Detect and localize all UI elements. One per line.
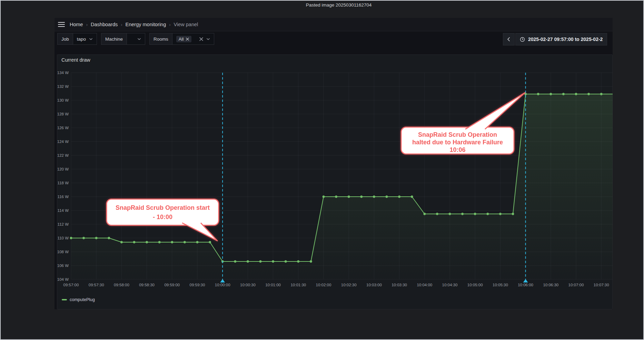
svg-text:SnapRaid Scrub Operation: SnapRaid Scrub Operation	[418, 131, 497, 138]
y-tick-label: 104 W	[57, 277, 69, 281]
y-tick-label: 110 W	[58, 236, 69, 240]
close-icon[interactable]	[186, 38, 189, 41]
x-tick-label: 10:06:30	[543, 283, 558, 287]
breadcrumb-view-panel: View panel	[174, 22, 198, 27]
time-range-button[interactable]: 2025-02-27 09:57:00 to 2025-02-2	[515, 33, 607, 45]
variable-filter-row: Job tapo Machine Rooms All	[57, 33, 214, 45]
data-point	[234, 260, 236, 263]
y-tick-label: 132 W	[57, 84, 69, 89]
data-point	[600, 93, 603, 95]
breadcrumb-separator-icon: ›	[121, 22, 122, 27]
y-tick-label: 108 W	[57, 250, 69, 254]
x-tick-label: 10:05:00	[467, 283, 483, 287]
data-point	[461, 213, 464, 215]
x-tick-label: 09:58:30	[139, 283, 155, 287]
y-tick-label: 106 W	[57, 264, 69, 268]
y-tick-label: 112 W	[58, 222, 69, 226]
grafana-app: Home › Dashboards › Energy monitoring › …	[55, 18, 613, 309]
rooms-filter-select[interactable]: All	[172, 33, 214, 45]
time-range-text: 2025-02-27 09:57:00 to 2025-02-2	[528, 37, 603, 42]
y-tick-label: 116 W	[58, 195, 69, 199]
time-shift-back-button[interactable]	[503, 33, 515, 45]
breadcrumb-dashboards[interactable]: Dashboards	[91, 22, 118, 27]
breadcrumb-bar: Home › Dashboards › Energy monitoring › …	[55, 18, 613, 31]
data-point	[499, 213, 502, 215]
time-picker: 2025-02-27 09:57:00 to 2025-02-2	[503, 33, 607, 45]
job-filter-select[interactable]: tapo	[73, 33, 97, 45]
breadcrumb-separator-icon: ›	[86, 22, 88, 27]
data-point	[285, 260, 287, 263]
data-point	[259, 260, 262, 263]
data-point	[423, 213, 426, 215]
series-area	[71, 94, 613, 279]
x-tick-label: 09:58:00	[114, 283, 129, 287]
data-point	[335, 196, 337, 198]
data-point	[512, 213, 514, 215]
data-point	[449, 213, 451, 215]
y-tick-label: 118 W	[58, 181, 69, 185]
hamburger-icon[interactable]	[58, 22, 65, 27]
x-tick-label: 10:00:00	[215, 283, 230, 287]
data-point	[587, 93, 590, 95]
y-tick-label: 134 W	[57, 71, 69, 75]
data-point	[373, 196, 375, 198]
job-filter: Job tapo	[57, 33, 97, 45]
rooms-filter: Rooms All	[149, 33, 214, 45]
data-point	[348, 196, 350, 198]
x-tick-label: 09:59:00	[164, 283, 180, 287]
data-point	[486, 213, 489, 215]
x-tick-label: 10:07:00	[568, 283, 584, 287]
machine-filter: Machine	[101, 33, 145, 45]
x-tick-label: 10:00:30	[240, 283, 256, 287]
data-point	[133, 241, 136, 244]
x-tick-label: 09:59:30	[190, 283, 205, 287]
data-point	[184, 241, 186, 244]
machine-filter-select[interactable]	[127, 33, 145, 45]
x-tick-label: 10:04:30	[442, 283, 458, 287]
data-point	[95, 237, 98, 239]
breadcrumb-home[interactable]: Home	[70, 22, 83, 27]
data-point	[70, 237, 72, 239]
chevron-down-icon[interactable]	[206, 37, 210, 41]
data-point	[562, 93, 565, 95]
current-draw-chart: 134 W132 W130 W128 W126 W124 W122 W120 W…	[57, 55, 613, 309]
data-point	[323, 196, 325, 198]
x-tick-label: 10:03:00	[366, 283, 382, 287]
breadcrumb-energy-monitoring[interactable]: Energy monitoring	[126, 22, 166, 27]
chevron-down-icon	[137, 37, 141, 41]
series-color-swatch	[62, 299, 67, 300]
x-tick-label: 09:57:00	[63, 283, 79, 287]
data-point	[549, 93, 552, 95]
x-tick-label: 10:04:00	[417, 283, 432, 287]
y-tick-label: 130 W	[57, 98, 69, 102]
breadcrumb: Home › Dashboards › Energy monitoring › …	[70, 22, 198, 27]
rooms-selected-chip[interactable]: All	[176, 36, 191, 42]
x-tick-label: 10:05:30	[493, 283, 508, 287]
machine-filter-label: Machine	[101, 33, 127, 45]
x-tick-label: 09:57:30	[89, 283, 104, 287]
x-tick-label: 10:01:00	[265, 283, 281, 287]
data-point	[297, 260, 299, 263]
data-point	[272, 260, 274, 263]
data-point	[171, 241, 173, 244]
x-tick-label: 10:02:00	[316, 283, 331, 287]
data-point	[158, 241, 161, 244]
data-point	[398, 196, 400, 198]
x-tick-label: 10:02:30	[341, 283, 357, 287]
svg-text:- 10:00: - 10:00	[153, 214, 172, 220]
svg-text:halted due to Hardware Failure: halted due to Hardware Failure	[412, 139, 503, 146]
current-draw-panel: Current draw 134 W132 W130 W128 W126 W12…	[57, 54, 613, 309]
data-point	[146, 241, 148, 244]
clear-all-icon[interactable]	[199, 37, 203, 41]
y-tick-label: 120 W	[57, 167, 69, 171]
y-tick-label: 126 W	[57, 126, 69, 130]
data-point	[575, 93, 577, 95]
y-tick-label: 124 W	[57, 140, 69, 144]
data-point	[209, 241, 211, 244]
y-tick-label: 122 W	[57, 153, 69, 157]
job-filter-value: tapo	[77, 37, 86, 42]
data-point	[196, 241, 199, 244]
data-point	[537, 93, 539, 95]
legend-item-computeplug[interactable]: computePlug	[62, 297, 95, 302]
svg-text:10:06: 10:06	[449, 146, 465, 153]
